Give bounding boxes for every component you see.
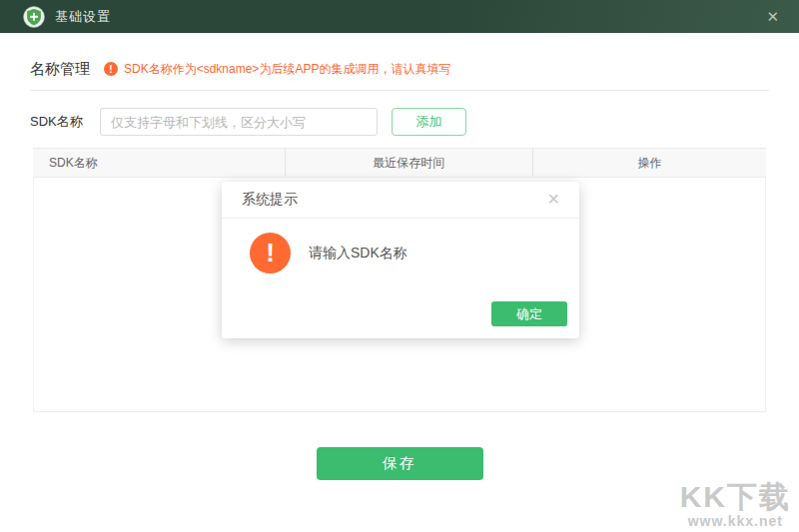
dialog-body: ! 请输入SDK名称 [222, 219, 579, 273]
app-window: 基础设置 ✕ 名称管理 ! SDK名称作为<sdkname>为后续APP的集成调… [0, 0, 799, 532]
sdk-name-form-row: SDK名称 添加 [30, 108, 769, 136]
watermark: KK下载 www.kkx.net [680, 480, 791, 529]
dialog-message: 请输入SDK名称 [309, 245, 407, 263]
table-header-saved-time: 最近保存时间 [285, 149, 532, 177]
close-icon[interactable]: ✕ [758, 5, 787, 28]
section-header: 名称管理 ! SDK名称作为<sdkname>为后续APP的集成调用，请认真填写 [30, 59, 769, 79]
page-title: 名称管理 [30, 60, 90, 79]
warning-icon: ! [250, 233, 291, 273]
section-divider [30, 90, 769, 91]
dialog-title: 系统提示 [242, 191, 298, 209]
save-button-row: 保存 [30, 447, 769, 480]
titlebar: 基础设置 ✕ [0, 0, 799, 33]
window-title: 基础设置 [55, 8, 111, 26]
notice-text: SDK名称作为<sdkname>为后续APP的集成调用，请认真填写 [124, 61, 450, 78]
confirm-button[interactable]: 确定 [491, 301, 567, 326]
table-header-sdk-name: SDK名称 [33, 149, 285, 177]
system-prompt-dialog: 系统提示 ✕ ! 请输入SDK名称 确定 [222, 182, 579, 338]
table-header-actions: 操作 [532, 149, 766, 177]
dialog-close-icon[interactable]: ✕ [543, 190, 564, 210]
watermark-logo: KK下载 [680, 480, 791, 513]
sdk-name-label: SDK名称 [30, 113, 100, 131]
watermark-url: www.kkx.net [680, 513, 791, 529]
dialog-header: 系统提示 ✕ [222, 182, 579, 219]
shield-icon [23, 6, 45, 28]
table-header-row: SDK名称 最近保存时间 操作 [33, 148, 766, 178]
warning-badge-icon: ! [104, 62, 118, 76]
save-button[interactable]: 保存 [317, 447, 483, 480]
notice-banner: ! SDK名称作为<sdkname>为后续APP的集成调用，请认真填写 [104, 61, 450, 78]
sdk-name-input[interactable] [100, 108, 378, 136]
add-button[interactable]: 添加 [392, 108, 466, 136]
